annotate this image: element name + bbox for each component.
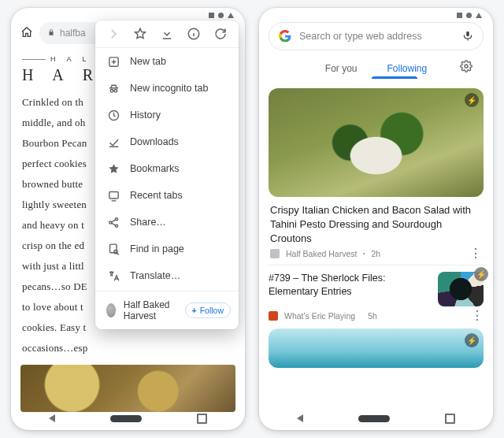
card-byline: What's Eric Playing 5h ⋮ [269, 311, 484, 321]
translate-icon [106, 269, 120, 283]
status-bar [209, 13, 234, 18]
card-source: What's Eric Playing [284, 311, 355, 321]
gear-icon[interactable] [460, 60, 472, 75]
tab-following[interactable]: Following [385, 58, 428, 79]
feed-card[interactable]: ⚡ [269, 88, 484, 197]
home-icon[interactable] [20, 26, 33, 41]
menu-new-tab[interactable]: New tab [95, 48, 239, 75]
menu-label: Bookmarks [130, 163, 180, 174]
svg-point-11 [465, 65, 468, 68]
amp-bolt-icon: ⚡ [465, 93, 479, 107]
system-nav [259, 406, 493, 430]
menu-new-incognito[interactable]: New incognito tab [95, 75, 239, 102]
reload-icon[interactable] [213, 27, 228, 41]
forward-icon[interactable] [106, 27, 120, 41]
feed-card[interactable]: ⚡ [269, 328, 484, 368]
menu-history[interactable]: History [95, 102, 239, 128]
info-icon[interactable] [187, 27, 201, 41]
menu-label: History [130, 110, 161, 121]
lock-icon [47, 28, 55, 39]
recent-tabs-icon [106, 188, 120, 202]
svg-point-10 [113, 250, 117, 253]
follow-site-name: Half Baked Harvest [124, 299, 177, 321]
svg-point-2 [110, 89, 113, 92]
card-image [269, 88, 484, 197]
card-title[interactable]: Crispy Italian Chicken and Bacon Salad w… [270, 203, 482, 246]
card-age: 5h [368, 311, 377, 321]
history-icon [106, 108, 120, 122]
share-icon [106, 215, 120, 229]
google-logo-icon [279, 30, 291, 43]
svg-point-3 [114, 89, 117, 92]
bookmark-star-icon[interactable] [133, 27, 147, 41]
feed: ⚡ Crispy Italian Chicken and Bacon Salad… [259, 82, 493, 402]
url-text: halfba [60, 28, 86, 39]
tab-for-you[interactable]: For you [324, 58, 359, 79]
source-favicon [270, 249, 280, 258]
menu-label: Translate… [130, 270, 180, 281]
site-favicon [106, 303, 116, 317]
menu-translate[interactable]: Translate… [95, 262, 239, 289]
nav-back-icon[interactable] [297, 414, 303, 422]
menu-label: Share… [130, 217, 166, 228]
phone-left: halfba H A L F H A R Crinkled on th midd… [11, 8, 245, 430]
nav-overview-icon[interactable] [445, 414, 455, 424]
system-nav [11, 406, 245, 430]
menu-label: Recent tabs [130, 190, 183, 201]
card-title: #739 – The Sherlock Files: Elementary En… [269, 272, 430, 299]
menu-action-row [95, 20, 239, 48]
follow-button[interactable]: +Follow [185, 303, 231, 318]
nav-back-icon[interactable] [49, 414, 55, 422]
download-check-icon [106, 135, 120, 149]
svg-point-7 [115, 217, 117, 220]
article-hero-image [20, 365, 235, 412]
menu-label: New tab [130, 56, 166, 67]
star-icon [106, 161, 120, 176]
svg-point-8 [115, 225, 117, 227]
menu-follow-site: Half Baked Harvest +Follow [95, 293, 239, 329]
card-source: Half Baked Harvest [286, 249, 357, 258]
card-thumbnail: ⚡ [438, 272, 484, 306]
mic-icon[interactable] [462, 29, 473, 44]
search-bar[interactable]: Search or type web address [269, 22, 484, 50]
menu-share[interactable]: Share… [95, 209, 239, 236]
feed-tabs: For you Following [269, 58, 484, 79]
status-bar [457, 13, 482, 18]
amp-bolt-icon: ⚡ [465, 333, 479, 347]
nav-overview-icon[interactable] [197, 414, 207, 424]
feed-card[interactable]: #739 – The Sherlock Files: Elementary En… [269, 272, 484, 306]
kebab-icon[interactable]: ⋮ [469, 250, 482, 258]
incognito-icon [106, 81, 120, 95]
find-icon [106, 242, 120, 256]
svg-rect-5 [109, 191, 117, 199]
phone-right: Search or type web address For you Follo… [259, 8, 493, 430]
kebab-icon[interactable]: ⋮ [471, 312, 484, 320]
amp-bolt-icon: ⚡ [474, 267, 488, 281]
menu-label: Downloads [130, 136, 179, 147]
menu-bookmarks[interactable]: Bookmarks [95, 155, 239, 182]
plus-box-icon [106, 54, 120, 69]
menu-recent-tabs[interactable]: Recent tabs [95, 182, 239, 209]
overflow-menu: New tab New incognito tab History Downlo… [95, 20, 239, 329]
menu-label: Find in page [130, 243, 184, 254]
source-favicon [269, 311, 278, 321]
menu-find-in-page[interactable]: Find in page [95, 236, 239, 262]
menu-downloads[interactable]: Downloads [95, 128, 239, 155]
nav-home-pill[interactable] [110, 415, 142, 422]
menu-label: New incognito tab [130, 83, 208, 94]
card-age: 2h [371, 249, 380, 258]
nav-home-pill[interactable] [358, 415, 390, 422]
svg-point-6 [109, 221, 111, 223]
download-icon[interactable] [160, 27, 174, 41]
svg-rect-9 [109, 244, 117, 253]
search-placeholder: Search or type web address [299, 31, 454, 42]
card-byline: Half Baked Harvest 2h ⋮ [270, 249, 482, 258]
